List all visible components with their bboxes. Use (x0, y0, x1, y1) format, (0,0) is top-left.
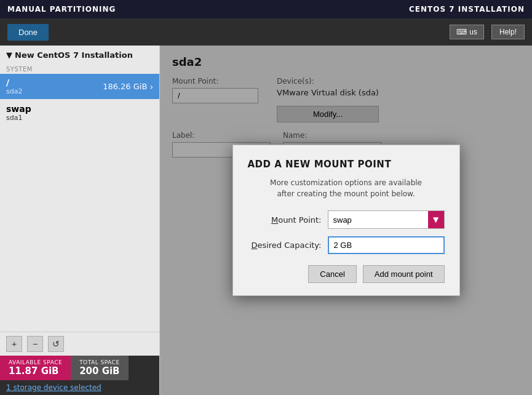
dropdown-arrow-icon: ▼ (428, 211, 444, 228)
done-button[interactable]: Done (7, 24, 49, 41)
keyboard-icon: ⌨ (456, 28, 467, 36)
language-button[interactable]: ⌨ us (450, 25, 484, 39)
remove-partition-button[interactable]: − (27, 336, 43, 352)
dialog-buttons: Cancel Add mount point (248, 265, 445, 283)
storage-device-link[interactable]: 1 storage device selected (6, 383, 101, 392)
left-panel: ▼ New CentOS 7 Installation SYSTEM / sda… (0, 46, 160, 395)
total-value: 200 GiB (79, 365, 119, 377)
available-space: AVAILABLE SPACE 11.87 GiB (0, 356, 71, 380)
dialog-capacity-row: Desired Capacity: (248, 236, 445, 254)
add-mount-point-button[interactable]: Add mount point (363, 265, 445, 283)
available-label: AVAILABLE SPACE (9, 359, 62, 365)
dialog-description: More customization options are available… (248, 177, 445, 199)
cancel-button[interactable]: Cancel (308, 265, 356, 283)
total-label: TOTAL SPACE (79, 359, 119, 365)
dialog-mount-point-select-wrap: swap / /boot /home /var /tmp ▼ (328, 210, 445, 229)
dialog-overlay: ADD A NEW MOUNT POINT More customization… (160, 46, 532, 395)
left-bottom-controls: + − ↺ (0, 332, 159, 356)
total-space: TOTAL SPACE 200 GiB (71, 356, 128, 380)
storage-link-bar: 1 storage device selected (0, 380, 159, 395)
part-size-root: 186.26 GiB (103, 82, 147, 91)
partition-item-root[interactable]: / sda2 186.26 GiB › (0, 74, 159, 99)
add-partition-button[interactable]: + (6, 336, 22, 352)
installation-title: ▼ New CentOS 7 Installation (6, 50, 153, 60)
section-label: SYSTEM (0, 62, 159, 74)
part-dev-swap: sda1 (6, 114, 31, 122)
partition-item-swap[interactable]: swap sda1 (0, 99, 159, 127)
part-dev-root: sda2 (6, 87, 22, 95)
right-panel: sda2 Mount Point: Device(s): VMware Virt… (160, 46, 532, 395)
space-bar: AVAILABLE SPACE 11.87 GiB TOTAL SPACE 20… (0, 356, 159, 380)
available-value: 11.87 GiB (9, 365, 62, 377)
help-button[interactable]: Help! (491, 25, 525, 39)
installation-group: ▼ New CentOS 7 Installation (0, 46, 159, 62)
part-name-root: / (6, 78, 22, 87)
arrow-right-icon: › (149, 82, 153, 92)
install-title: CENTOS 7 INSTALLATION (409, 5, 525, 14)
toolbar: Done ⌨ us Help! (0, 18, 532, 46)
dialog-capacity-input[interactable] (328, 236, 445, 254)
dialog-title: ADD A NEW MOUNT POINT (248, 159, 445, 170)
dialog-mount-point-label: Mount Point: (248, 215, 322, 225)
dialog-mount-point-row: Mount Point: swap / /boot /home /var /tm… (248, 210, 445, 229)
dialog-mount-point-select[interactable]: swap / /boot /home /var /tmp (328, 212, 428, 228)
dialog-capacity-label: Desired Capacity: (248, 241, 322, 250)
app-title: MANUAL PARTITIONING (7, 5, 116, 14)
refresh-button[interactable]: ↺ (48, 336, 64, 352)
part-name-swap: swap (6, 104, 31, 114)
chevron-down-icon: ▼ (6, 50, 12, 60)
top-bar: MANUAL PARTITIONING CENTOS 7 INSTALLATIO… (0, 0, 532, 18)
lang-label: us (469, 28, 477, 36)
add-mount-point-dialog: ADD A NEW MOUNT POINT More customization… (232, 145, 460, 296)
